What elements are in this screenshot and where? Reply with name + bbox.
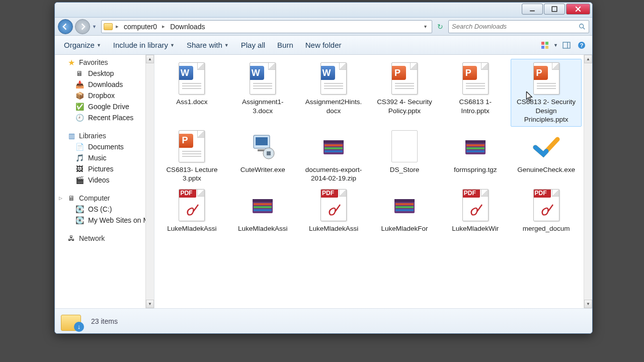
file-item[interactable]: PDF LukeMladekWir [440,186,511,236]
ppt-icon: P [179,134,193,148]
file-name: Ass1.docx [176,98,207,107]
content-scrollbar[interactable]: ▲ ▼ [584,55,592,308]
nav-item[interactable]: 🎵Music [55,152,154,163]
search-box[interactable] [448,20,589,33]
svg-rect-42 [395,209,414,211]
nav-item[interactable]: 🖼Pictures [55,163,154,174]
explorer-window: ▼ ▸ computer0 ▸ Downloads ▾ ↻ Organize▼ … [54,2,593,334]
close-button[interactable] [566,4,590,15]
svg-rect-33 [253,199,273,202]
file-name: Assignment1-3.docx [232,98,293,115]
new-folder-button[interactable]: New folder [300,39,347,51]
svg-rect-23 [325,147,343,149]
file-item[interactable]: W Assignment2Hints.docx [298,59,369,127]
back-button[interactable] [58,19,73,34]
nav-item-icon: 🖼 [75,165,84,173]
scroll-up-button[interactable]: ▲ [584,55,592,63]
nav-item[interactable]: 💽My Web Sites on MSN [55,215,154,226]
nav-item[interactable]: 💽OS (C:) [55,204,154,215]
search-input[interactable] [452,23,579,30]
archive-icon [392,195,417,215]
file-item[interactable]: W Assignment1-3.docx [227,59,298,127]
file-item[interactable]: formspring.tgz [440,127,511,186]
svg-rect-27 [465,140,486,143]
maximize-button[interactable] [544,4,565,15]
preview-pane-button[interactable] [560,39,573,52]
play-all-button[interactable]: Play all [236,39,270,51]
nav-item-icon: 📥 [75,80,84,88]
minimize-button[interactable] [522,4,543,15]
nav-favorites-header[interactable]: ★Favorites [55,57,154,68]
svg-rect-10 [563,42,570,48]
navigation-pane: ★Favorites 🖥Desktop📥Downloads📦Dropbox✅Go… [55,55,154,308]
nav-computer-header[interactable]: ▷🖥Computer [55,193,154,204]
file-name: formspring.tgz [454,165,497,174]
star-icon: ★ [67,58,76,66]
file-item[interactable]: GenuineCheck.exe [511,127,582,186]
organize-button[interactable]: Organize▼ [59,39,106,51]
file-item[interactable]: W Ass1.docx [156,59,227,127]
svg-rect-35 [254,206,272,208]
file-item[interactable]: P CS6813- Lecture 3.pptx [156,127,227,186]
help-button[interactable]: ? [575,39,588,52]
scroll-down-button[interactable]: ▼ [146,300,154,308]
history-dropdown[interactable]: ▼ [92,24,99,29]
file-item[interactable]: P CS6813 2- Security Design Principles.p… [511,59,582,127]
forward-button[interactable] [75,19,90,34]
file-item[interactable]: CuteWriter.exe [227,127,298,186]
nav-item[interactable]: ✅Google Drive [55,101,154,112]
svg-rect-29 [466,147,485,149]
drive-icon: 💽 [75,205,84,213]
item-count: 23 items [91,317,118,325]
scroll-up-button[interactable]: ▲ [146,55,154,63]
word-icon: W [320,66,335,80]
word-icon: W [250,66,264,80]
nav-item[interactable]: 🎬Videos [55,174,154,186]
share-with-button[interactable]: Share with▼ [182,39,234,51]
address-row: ▼ ▸ computer0 ▸ Downloads ▾ ↻ [55,18,592,36]
view-options-button[interactable] [538,39,551,52]
refresh-button[interactable]: ↻ [434,23,446,31]
file-item[interactable]: LukeMladekFor [369,186,440,236]
file-item[interactable]: LukeMladekAssi [227,186,298,236]
file-item[interactable]: documents-export-2014-02-19.zip [298,127,369,186]
breadcrumb-segment[interactable]: Downloads [168,23,207,31]
svg-rect-41 [395,206,414,208]
file-item[interactable]: DS_Store [369,127,440,186]
scroll-down-button[interactable]: ▼ [584,300,592,308]
breadcrumb-segment[interactable]: computer0 [122,23,159,31]
file-item[interactable]: P CS6813 1- Intro.pptx [440,59,511,127]
view-dropdown[interactable]: ▼ [553,43,558,48]
archive-icon [251,195,275,215]
file-item[interactable]: PDF LukeMladekAssi [156,186,227,236]
nav-item[interactable]: 📄Documents [55,141,154,152]
file-name: LukeMladekWir [452,224,499,233]
nav-scrollbar[interactable]: ▲ ▼ [145,55,154,308]
file-name: LukeMladekAssi [309,224,358,233]
address-bar[interactable]: ▸ computer0 ▸ Downloads ▾ [101,20,432,33]
network-icon: 🖧 [67,234,76,242]
burn-button[interactable]: Burn [272,39,298,51]
include-library-button[interactable]: Include in library▼ [108,39,180,51]
nav-item[interactable]: 📦Dropbox [55,90,154,101]
file-item[interactable]: PDF LukeMladekAssi [298,186,369,236]
ppt-icon: P [462,66,477,80]
file-item[interactable]: P CS392 4- Security Policy.pptx [369,59,440,127]
svg-rect-28 [466,144,485,146]
file-name: CS6813- Lecture 3.pptx [162,165,222,183]
nav-item[interactable]: 🕘Recent Places [55,112,154,123]
svg-rect-21 [324,140,344,143]
file-item[interactable]: PDF merged_docum [511,186,582,236]
nav-item[interactable]: 🖥Desktop [55,68,154,79]
svg-rect-18 [267,151,271,155]
nav-network-header[interactable]: 🖧Network [55,233,154,244]
address-dropdown[interactable]: ▾ [421,24,430,29]
file-name: CS6813 1- Intro.pptx [445,98,506,115]
nav-libraries-header[interactable]: ▥Libraries [55,130,154,141]
word-icon: W [179,66,193,80]
nav-item[interactable]: 📥Downloads [55,79,154,90]
libraries-icon: ▥ [67,132,76,140]
nav-item-icon: 📄 [75,143,84,151]
pdf-icon: PDF [179,189,196,198]
svg-rect-24 [325,150,343,152]
